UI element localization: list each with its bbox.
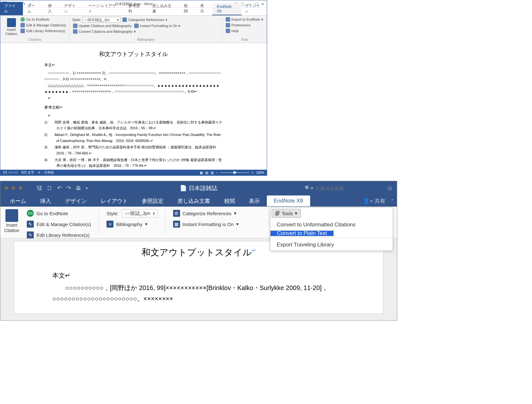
mac-doc-name: 📄 日本語雑誌 [180, 184, 217, 192]
close-traffic-icon[interactable] [4, 186, 9, 190]
ref-item-3: 3)瀬島 健裕，武中 篤．専門医のための泌尿器科基本手術 根治的腎摘除術 ：後腹… [44, 144, 223, 156]
edit-manage-icon: ✎ [27, 221, 34, 228]
feedback-icon[interactable]: ☺ [387, 185, 393, 192]
tools-button[interactable]: 🗐Tools ▾ [272, 209, 301, 218]
insert-citation-label: InsertCitation [5, 28, 17, 36]
view-tab[interactable]: 表示 [196, 2, 212, 15]
edit-library-label: Edit Library Reference(s) [26, 29, 65, 33]
mac-insert-tab[interactable]: 挿入 [33, 195, 58, 207]
style-select[interactable]: ○○医学雑誌_Jpn▾ [82, 17, 120, 23]
mac-instant-formatting-button[interactable]: ▦Instant Formatting is On ▾ [173, 220, 239, 228]
menu-convert-unformatted[interactable]: Convert to Unformatted Citations [270, 219, 393, 230]
zoom-traffic-icon[interactable] [18, 186, 23, 190]
update-citations-button[interactable]: Update Citations and Bibliography [72, 23, 132, 28]
bibliography-group: Style: ○○医学雑誌_Jpn▾ Categorize References… [70, 16, 222, 43]
zoom-out-icon[interactable]: − [216, 171, 218, 174]
up-down-icon: ▴▾ [153, 211, 155, 215]
zoom-in-icon[interactable]: + [252, 171, 254, 174]
edit-library-icon: ✎ [27, 231, 34, 238]
mac-edit-manage-button[interactable]: ✎Edit & Manage Citation(s) [27, 220, 91, 228]
help-button[interactable]: Help [225, 28, 264, 33]
zoom-slider[interactable] [221, 172, 249, 173]
mac-categorize-button[interactable]: ⚙Categorize References ▾ [173, 209, 239, 217]
mac-style-select[interactable]: ○○医誌_Jpn ▴▾ [122, 209, 157, 217]
categorize-refs-button[interactable]: Categorize References ▾ [122, 17, 168, 22]
page-count[interactable]: 1/1 ページ [3, 170, 18, 175]
categorize-icon: ⚙ [173, 210, 180, 217]
mailings-tab[interactable]: 差し込み文書 [148, 2, 179, 15]
mac-view-tab[interactable]: 表示 [242, 195, 267, 207]
mac-references-tab[interactable]: 参照設定 [135, 195, 171, 207]
convert-icon [73, 29, 77, 34]
export-endnote-button[interactable]: Export to EndNote ▾ [225, 17, 264, 22]
convert-citations-button[interactable]: Convert Citations and Bibliography ▾ [72, 29, 136, 34]
ref-item-4: 4)大谷 博，吉田 一博，林 洋子．尿細胞診報告書：日本と世界で何が変わったのか… [44, 157, 223, 169]
insert-citation-label: InsertCitation [4, 223, 19, 233]
menu-convert-plain-text[interactable]: Convert to Plain Text [270, 230, 334, 236]
document-area[interactable]: 和文アウトプットスタイル 本文↵ ○○○○○○○○○○，1) ×××××××××… [0, 43, 267, 170]
separator [98, 209, 99, 236]
page: 和文アウトプットスタイル 本文↵ ○○○○○○○○○○，1) ×××××××××… [32, 47, 236, 170]
spellcheck-icon[interactable]: ✎ [38, 171, 40, 174]
new-icon[interactable]: 🗋 [47, 185, 53, 192]
references-tab[interactable]: 参考資料 [124, 2, 148, 15]
word-count[interactable]: 621 文字 [22, 170, 34, 175]
traffic-lights [4, 186, 23, 190]
mac-mailings-tab[interactable]: 差し込み文書 [171, 195, 217, 207]
collapse-ribbon-icon[interactable]: ⌃ [390, 198, 394, 203]
mac-insert-citation-button[interactable]: InsertCitation [4, 209, 19, 233]
insert-tab[interactable]: 挿入 [43, 2, 60, 15]
save-icon[interactable]: 🖫 [37, 185, 42, 192]
export-icon [226, 17, 230, 22]
mac-goto-endnote-button[interactable]: ENGo to EndNote [27, 209, 91, 217]
insert-citation-button[interactable]: InsertCitation [3, 17, 20, 37]
separator [165, 209, 165, 236]
signin-link[interactable]: サインイン [242, 2, 267, 15]
zoom-level[interactable]: 100% [256, 171, 264, 174]
mac-edit-library-button[interactable]: ✎Edit Library Reference(s) [27, 231, 91, 239]
mac-layout-tab[interactable]: レイアウト [94, 195, 135, 207]
search-input[interactable] [315, 186, 376, 191]
goto-endnote-button[interactable]: Go to EndNote [20, 17, 67, 22]
update-icon [73, 24, 77, 28]
design-tab[interactable]: デザイン [60, 2, 84, 15]
menu-export-traveling-library[interactable]: Export Traveling Library [270, 239, 393, 251]
search-box[interactable]: 🔍▾ [305, 185, 376, 191]
ref-item-5: 5)朝子 幹也．アレルギー性鼻炎治療における手術の役割 手術方法の選択とコツ．日… [44, 169, 223, 170]
language[interactable]: 日本語 [44, 170, 54, 175]
edit-library-refs-button[interactable]: Edit Library Reference(s) [20, 28, 67, 33]
share-button[interactable]: 👤+ 共有 [363, 197, 385, 205]
edit-library-icon [20, 29, 25, 33]
mac-home-tab[interactable]: ホーム [3, 195, 33, 207]
citations-group: InsertCitation Go to EndNote Edit & Mana… [0, 16, 70, 43]
mac-page: 和文アウトプットスタイル↵ 本文↵ ○○○○○○○○○○，[岡野ほか 2016,… [14, 241, 383, 314]
preferences-icon [226, 23, 230, 27]
mac-review-tab[interactable]: 校閲 [217, 195, 242, 207]
redo-icon[interactable]: ↷ [66, 185, 71, 192]
preferences-label: Preferences [231, 23, 250, 27]
mac-body-label: 本文↵ [52, 271, 345, 280]
mac-title-bar: 🖫 🗋 ↶ ↷ 🖶 ▾ 📄 日本語雑誌 🔍▾ ☺ [0, 181, 397, 195]
tools-group-title: Tools [225, 38, 264, 41]
mac-bibliography-button[interactable]: ≡Bibliography ▾ [106, 220, 157, 228]
mac-design-tab[interactable]: デザイン [58, 195, 94, 207]
export-label: Export to EndNote [231, 18, 260, 21]
page-layout-tab[interactable]: ページ レイアウト [84, 2, 124, 15]
print-icon[interactable]: 🖶 [76, 185, 81, 192]
review-tab[interactable]: 校閲 [179, 2, 196, 15]
minimize-traffic-icon[interactable] [11, 186, 16, 190]
mac-endnote-tab[interactable]: EndNote X8 [267, 195, 310, 206]
preferences-button[interactable]: Preferences [225, 23, 264, 28]
endnote-tab[interactable]: EndNote X8 [212, 3, 242, 15]
print-layout-icon[interactable]: ▤ [205, 171, 208, 174]
customize-icon[interactable]: ▾ [86, 186, 88, 190]
file-tab[interactable]: ファイル [0, 2, 23, 15]
home-tab[interactable]: ホーム [23, 2, 43, 15]
read-mode-icon[interactable]: ▦ [200, 171, 203, 174]
edit-manage-citations-button[interactable]: Edit & Manage Citation(s) [20, 23, 67, 28]
tools-menu: 🗐Tools ▾ Convert to Unformatted Citation… [270, 207, 393, 251]
undo-icon[interactable]: ↶ [57, 185, 62, 192]
instant-formatting-button[interactable]: Instant Formatting is On ▾ [134, 23, 181, 28]
web-layout-icon[interactable]: ▥ [211, 171, 214, 174]
convert-label: Convert Citations and Bibliography [79, 30, 133, 33]
